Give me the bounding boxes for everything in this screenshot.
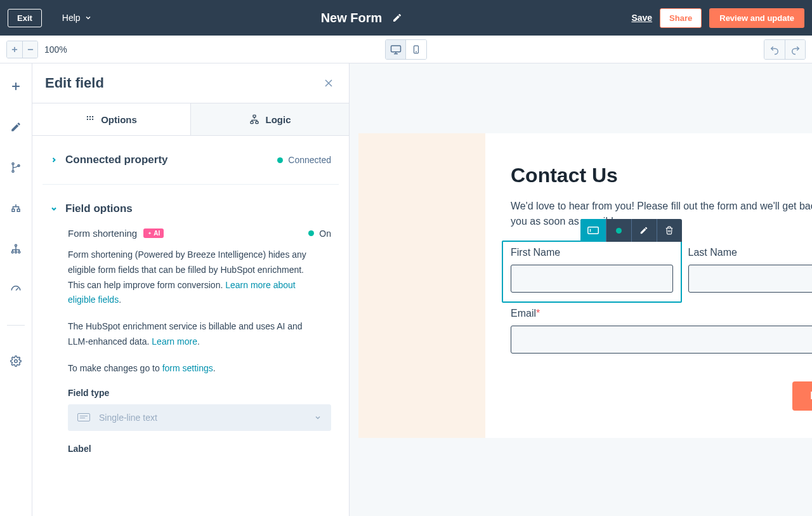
form-heading: Contact Us <box>511 164 812 187</box>
share-button[interactable]: Share <box>660 8 702 28</box>
form-shortening-description-1: Form shortening (Powered by Breeze Intel… <box>68 248 331 308</box>
exit-button[interactable]: Exit <box>8 9 42 27</box>
performance-tool-button[interactable] <box>8 282 23 297</box>
zoom-out-button[interactable] <box>22 41 37 58</box>
svg-point-7 <box>416 51 417 52</box>
on-label: On <box>319 228 331 239</box>
help-label: Help <box>62 13 81 23</box>
close-icon <box>322 77 335 89</box>
workflow-tool-button[interactable] <box>8 160 23 175</box>
chevron-down-icon <box>84 14 92 22</box>
svg-rect-14 <box>17 209 20 212</box>
structure-tool-button[interactable] <box>8 201 23 216</box>
svg-point-16 <box>11 251 13 253</box>
svg-point-19 <box>15 360 18 363</box>
zoom-in-button[interactable] <box>7 41 22 58</box>
toolbar: 100% <box>0 36 812 63</box>
next-button[interactable]: Next <box>792 381 812 411</box>
first-name-field-wrapper[interactable]: First Name <box>502 241 682 303</box>
field-type-value: Single-line text <box>99 413 157 423</box>
panel-title: Edit field <box>45 75 104 91</box>
svg-point-18 <box>18 251 20 253</box>
form-title: New Form <box>321 11 383 25</box>
top-bar: Exit Help New Form Save Share Review and… <box>0 0 812 36</box>
first-name-input[interactable] <box>511 265 673 293</box>
redo-button[interactable] <box>785 40 805 59</box>
svg-point-27 <box>92 119 93 120</box>
form-settings-link[interactable]: form settings <box>162 363 213 373</box>
connected-property-title: Connected property <box>65 154 168 166</box>
field-options-section[interactable]: Field options <box>50 202 331 215</box>
first-name-label: First Name <box>511 247 673 258</box>
sitemap-tool-button[interactable] <box>8 241 23 256</box>
svg-point-25 <box>87 119 88 120</box>
review-update-button[interactable]: Review and update <box>709 8 804 28</box>
connected-property-section[interactable]: Connected property Connected <box>50 154 331 166</box>
learn-more-link[interactable]: Learn more <box>152 336 197 347</box>
sitemap-icon <box>10 243 22 255</box>
input-icon <box>587 227 599 234</box>
last-name-field-wrapper[interactable]: Last Name <box>688 247 813 293</box>
mobile-view-button[interactable] <box>406 40 426 59</box>
svg-point-15 <box>15 244 17 246</box>
form-preview: Contact Us We'd love to hear from you! P… <box>485 133 812 438</box>
desktop-view-button[interactable] <box>386 40 406 59</box>
edit-tool-button[interactable] <box>8 119 23 135</box>
chevron-down-icon <box>314 414 322 421</box>
edit-field-panel: Edit field Options Logic Connected prope… <box>32 63 350 516</box>
redo-icon <box>790 44 801 55</box>
desktop-icon <box>390 44 402 55</box>
svg-point-23 <box>89 116 91 117</box>
zoom-level: 100% <box>44 44 67 55</box>
svg-rect-13 <box>12 209 15 212</box>
pencil-icon <box>639 226 648 235</box>
help-menu[interactable]: Help <box>62 13 92 23</box>
tab-options-label: Options <box>101 114 137 125</box>
svg-point-10 <box>12 163 14 165</box>
svg-point-11 <box>12 171 14 173</box>
sparkle-icon <box>147 231 152 236</box>
grid-icon <box>86 115 95 124</box>
logic-icon <box>249 114 259 124</box>
ai-badge: AI <box>143 228 164 238</box>
svg-rect-3 <box>391 46 400 52</box>
delete-field-button[interactable] <box>657 219 682 242</box>
field-type-select[interactable]: Single-line text <box>68 404 331 431</box>
form-shortening-description-3: To make changes go to form settings. <box>68 361 331 376</box>
pencil-icon[interactable] <box>392 13 402 23</box>
svg-rect-31 <box>587 227 598 234</box>
email-input[interactable] <box>511 326 812 354</box>
last-name-input[interactable] <box>688 265 813 293</box>
tab-logic-label: Logic <box>266 114 291 125</box>
tab-logic[interactable]: Logic <box>191 103 349 135</box>
field-status-indicator[interactable] <box>606 219 631 242</box>
connected-status-label: Connected <box>288 155 331 165</box>
form-canvas: Contact Us We'd love to hear from you! P… <box>350 63 812 516</box>
svg-point-26 <box>89 119 91 120</box>
svg-point-17 <box>15 251 17 253</box>
tree-icon <box>10 202 22 214</box>
field-type-indicator[interactable] <box>580 219 606 242</box>
trash-icon <box>665 226 674 235</box>
device-toggle <box>385 39 427 60</box>
form-background-decoration <box>358 133 485 438</box>
connected-status: Connected <box>277 155 331 165</box>
field-type-label: Field type <box>68 388 331 398</box>
status-dot-icon <box>616 228 622 234</box>
plus-icon <box>10 80 22 93</box>
save-link[interactable]: Save <box>631 13 652 23</box>
gear-icon <box>10 355 22 367</box>
tab-options[interactable]: Options <box>32 103 191 135</box>
svg-rect-28 <box>253 115 256 117</box>
settings-tool-button[interactable] <box>8 354 23 369</box>
edit-field-button[interactable] <box>631 219 657 242</box>
branch-icon <box>10 162 22 173</box>
undo-button[interactable] <box>764 40 785 59</box>
email-label: Email* <box>511 308 812 319</box>
close-panel-button[interactable] <box>321 76 336 91</box>
chevron-right-icon <box>50 156 58 164</box>
email-field-wrapper[interactable]: Email* <box>511 308 812 354</box>
side-rail <box>0 63 32 516</box>
label-field-label: Label <box>68 444 331 454</box>
add-tool-button[interactable] <box>8 79 23 94</box>
